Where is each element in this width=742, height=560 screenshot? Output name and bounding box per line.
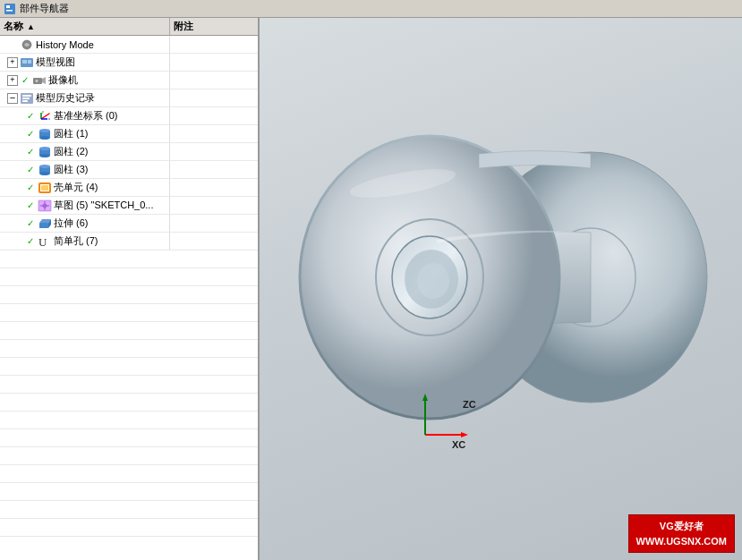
svg-point-9	[35, 79, 38, 82]
empty-row	[0, 501, 258, 519]
parts-navigator-icon	[4, 3, 16, 15]
expand-button[interactable]: +	[7, 57, 18, 68]
empty-row	[0, 412, 258, 429]
3d-model-svg	[286, 36, 734, 537]
list-item[interactable]: ✓ 圆柱 (2)	[0, 143, 258, 161]
model-history-label: 模型历史记录	[36, 91, 95, 105]
sketch-label: 草图 (5) "SKETCH_0...	[54, 199, 153, 212]
row-name-cell: ✓ z y x 基准坐标系 (0)	[0, 107, 170, 124]
empty-row	[0, 429, 258, 447]
window-title: 部件导航器	[20, 2, 69, 15]
cylinder3-label: 圆柱 (3)	[54, 163, 89, 176]
list-item[interactable]: History Mode	[0, 36, 258, 54]
svg-rect-0	[4, 4, 15, 14]
sketch-icon	[38, 199, 52, 212]
svg-point-28	[39, 172, 50, 175]
coord-icon: z y x	[38, 110, 52, 123]
cylinder-icon	[38, 146, 52, 158]
3d-viewport[interactable]: ZC XC VG爱好者 WWW.UGSNX.COM	[260, 18, 742, 560]
check-icon: ✓	[25, 165, 36, 175]
svg-rect-12	[22, 98, 30, 99]
watermark: VG爱好者 WWW.UGSNX.COM	[628, 514, 735, 553]
table-header: 名称 ▲ 附注	[0, 18, 258, 36]
row-name-cell: ✓ 圆柱 (3)	[0, 161, 170, 178]
model-view-icon	[20, 56, 34, 69]
model-view-label: 模型视图	[36, 55, 75, 69]
empty-row	[0, 483, 258, 501]
svg-point-46	[417, 263, 449, 299]
list-item[interactable]: ✓ 壳单元 (4)	[0, 179, 258, 197]
left-panel: 名称 ▲ 附注 History Mode	[0, 18, 260, 560]
watermark-line1: VG爱好者	[636, 519, 727, 534]
row-name-cell: + ✓ 摄像机	[0, 72, 170, 89]
row-name-cell: ✓ 拉伸 (6)	[0, 215, 170, 232]
empty-row	[0, 250, 258, 268]
svg-point-21	[39, 129, 50, 132]
list-item[interactable]: ✓ 圆柱 (3)	[0, 161, 258, 179]
svg-rect-30	[41, 185, 48, 191]
row-name-cell: ✓ 圆柱 (1)	[0, 125, 170, 142]
check-icon: ✓	[25, 236, 36, 247]
history-mode-icon	[20, 38, 34, 51]
svg-point-25	[39, 154, 50, 157]
svg-marker-8	[42, 77, 46, 84]
svg-rect-13	[22, 100, 28, 102]
hole-label: 简单孔 (7)	[54, 234, 98, 248]
expand-button[interactable]: +	[7, 75, 18, 86]
name-column-header: 名称 ▲	[0, 18, 170, 35]
camera-icon	[32, 74, 47, 87]
extrude-label: 拉伸 (6)	[54, 216, 89, 230]
svg-text:ZC: ZC	[463, 399, 476, 410]
svg-text:x: x	[48, 116, 50, 121]
empty-row	[0, 465, 258, 483]
svg-point-22	[39, 136, 50, 140]
expand-button[interactable]: −	[7, 93, 18, 104]
svg-text:XC: XC	[452, 439, 465, 450]
model-history-icon	[20, 92, 34, 105]
title-bar: 部件导航器	[0, 0, 742, 18]
main-content: 名称 ▲ 附注 History Mode	[0, 18, 742, 560]
svg-point-24	[39, 147, 50, 150]
list-item[interactable]: ✓ 圆柱 (1)	[0, 125, 258, 143]
svg-rect-6	[28, 60, 31, 64]
row-name-cell: History Mode	[0, 36, 170, 53]
empty-row	[0, 394, 258, 412]
row-name-cell: ✓ 草图 (5) "SKETCH_0...	[0, 197, 170, 214]
svg-text:y: y	[42, 110, 44, 114]
list-item[interactable]: ✓ z y x 基准坐标系 (0)	[0, 107, 258, 125]
list-item[interactable]: ✓ 草图 (5) "SKETCH_0...	[0, 197, 258, 215]
list-item[interactable]: ✓ U 简单孔 (7)	[0, 233, 258, 250]
list-item[interactable]: + ✓ 摄像机	[0, 72, 258, 89]
note-column-header: 附注	[170, 18, 258, 35]
svg-rect-2	[6, 10, 13, 12]
svg-rect-1	[6, 5, 10, 8]
sort-arrow-icon[interactable]: ▲	[27, 22, 35, 31]
shell-icon	[38, 182, 52, 194]
row-name-cell: ✓ U 简单孔 (7)	[0, 233, 170, 250]
row-name-cell: + 模型视图	[0, 54, 170, 71]
empty-row	[0, 519, 258, 537]
tree-container[interactable]: History Mode + 模型视图	[0, 36, 258, 560]
camera-label: 摄像机	[48, 73, 78, 87]
check-icon: ✓	[25, 129, 36, 140]
empty-row	[0, 268, 258, 286]
svg-marker-51	[422, 394, 428, 401]
check-icon: ✓	[25, 182, 36, 193]
check-icon: ✓	[20, 75, 30, 86]
list-item[interactable]: − 模型历史记录	[0, 89, 258, 107]
watermark-line2: WWW.UGSNX.COM	[636, 534, 727, 549]
empty-row	[0, 286, 258, 304]
history-mode-label: History Mode	[36, 39, 94, 50]
svg-text:z: z	[48, 111, 50, 115]
svg-rect-35	[39, 223, 48, 228]
list-item[interactable]: + 模型视图	[0, 54, 258, 72]
row-name-cell: − 模型历史记录	[0, 89, 170, 106]
empty-row	[0, 376, 258, 394]
svg-point-27	[39, 165, 50, 168]
row-name-cell: ✓ 壳单元 (4)	[0, 179, 170, 196]
extrude-icon	[38, 217, 52, 230]
svg-marker-49	[461, 432, 468, 437]
coordinate-axes: ZC XC	[398, 390, 488, 462]
list-item[interactable]: ✓ 拉伸 (6)	[0, 215, 258, 233]
empty-row	[0, 358, 258, 376]
